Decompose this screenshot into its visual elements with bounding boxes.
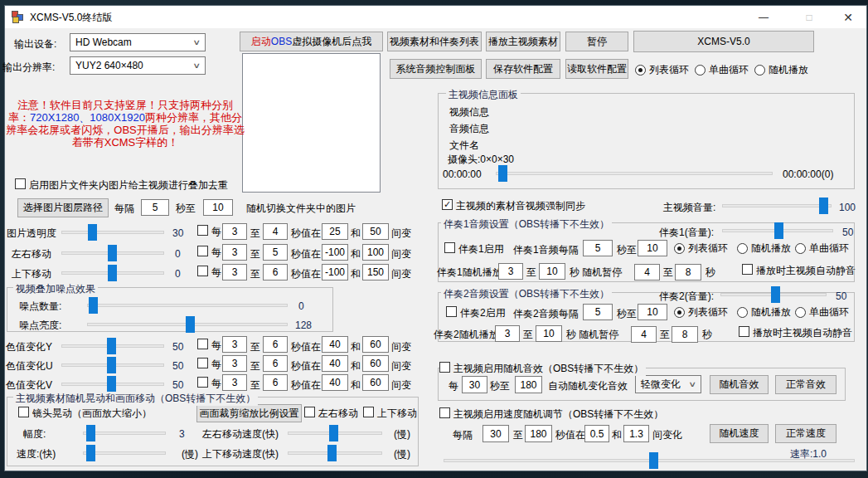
slider-thumb[interactable] xyxy=(89,297,98,314)
crop-scale-button[interactable]: 画面裁剪缩放比例设置 xyxy=(196,404,302,422)
fx-mode-select[interactable]: 轻微变化 ∨ xyxy=(635,375,701,393)
output-resolution-select[interactable]: YUY2 640×480 ∨ xyxy=(70,56,206,75)
move-ud-e2-input[interactable]: 6 xyxy=(263,264,288,280)
color-v-max-input[interactable]: 60 xyxy=(362,374,389,391)
slider-thumb[interactable] xyxy=(86,445,95,461)
slider-thumb[interactable] xyxy=(771,286,780,303)
radio-single-loop[interactable]: 单曲循环 xyxy=(695,63,749,77)
accomp2-p1-input[interactable]: 4 xyxy=(631,326,657,343)
speed-every-max-input[interactable]: 180 xyxy=(525,425,552,442)
accomp2-r2-input[interactable]: 10 xyxy=(536,325,562,342)
move-lr-slider[interactable] xyxy=(61,245,164,261)
radio-random-play[interactable]: 随机播放 xyxy=(754,63,808,77)
speed-min-input[interactable]: 0.5 xyxy=(584,425,609,442)
move-lr-e2-input[interactable]: 5 xyxy=(263,244,288,261)
slider-thumb[interactable] xyxy=(186,316,195,333)
move-ud-e1-input[interactable]: 3 xyxy=(222,264,247,280)
accomp1-volume-slider[interactable] xyxy=(722,222,833,239)
color-u-max-input[interactable]: 60 xyxy=(362,355,389,372)
random-speed-button[interactable]: 随机速度 xyxy=(710,424,769,443)
move-ud-min-input[interactable]: -100 xyxy=(322,264,348,280)
normal-fx-button[interactable]: 正常音效 xyxy=(775,375,836,394)
accomp1-random-radio[interactable]: 随机播放 xyxy=(737,241,791,256)
load-config-button[interactable]: 读取软件配置 xyxy=(565,59,628,79)
ud-speed-slider[interactable] xyxy=(288,445,382,461)
slider-thumb[interactable] xyxy=(107,376,116,393)
move-lr-vary-checkbox[interactable]: 每 xyxy=(197,246,221,260)
color-v-vary-checkbox[interactable]: 每 xyxy=(197,377,221,391)
seek-slider[interactable] xyxy=(496,165,773,182)
opacity-vary-checkbox[interactable]: 每 xyxy=(197,225,221,239)
av-sync-checkbox[interactable]: 主视频的素材音视频强制同步 xyxy=(442,199,585,213)
main-volume-slider[interactable] xyxy=(722,198,832,214)
noise-count-slider[interactable] xyxy=(87,297,288,314)
color-u-slider[interactable] xyxy=(61,357,164,373)
color-v-e2-input[interactable]: 6 xyxy=(263,374,288,391)
radio-list-loop[interactable]: 列表循环 xyxy=(635,63,689,77)
accomp1-r1-input[interactable]: 3 xyxy=(498,263,523,280)
accomp1-every-max-input[interactable]: 10 xyxy=(638,240,667,256)
opacity-slider[interactable] xyxy=(61,224,164,241)
opacity-e2-input[interactable]: 4 xyxy=(263,223,288,240)
normal-speed-button[interactable]: 正常速度 xyxy=(775,424,836,443)
accomp2-every-max-input[interactable]: 10 xyxy=(638,304,667,320)
fx-max-input[interactable]: 180 xyxy=(515,376,542,393)
accomp2-every-min-input[interactable]: 5 xyxy=(583,304,613,320)
move-ud-vary-checkbox[interactable]: 每 xyxy=(197,266,221,280)
shake-speed-slider[interactable] xyxy=(83,445,166,461)
accomp1-every-min-input[interactable]: 5 xyxy=(583,240,613,256)
accomp1-p2-input[interactable]: 8 xyxy=(675,264,701,280)
color-y-e2-input[interactable]: 6 xyxy=(263,336,288,353)
shake-lr-checkbox[interactable]: 左右移动 xyxy=(304,407,358,421)
accomp2-list-loop-radio[interactable]: 列表循环 xyxy=(674,305,728,319)
play-main-video-button[interactable]: 播放主视频素材 xyxy=(486,32,560,51)
switch-seconds-min-input[interactable]: 5 xyxy=(141,199,169,216)
slider-thumb[interactable] xyxy=(498,165,507,182)
slider-thumb[interactable] xyxy=(88,224,97,241)
color-v-slider[interactable] xyxy=(61,376,164,393)
move-lr-e1-input[interactable]: 3 xyxy=(222,244,247,261)
accomp2-enable-checkbox[interactable]: 伴奏2启用 xyxy=(446,306,506,320)
move-ud-slider[interactable] xyxy=(61,265,164,281)
color-u-min-input[interactable]: 40 xyxy=(322,355,348,372)
color-y-min-input[interactable]: 40 xyxy=(322,336,348,353)
accomp2-r1-input[interactable]: 3 xyxy=(495,325,520,342)
accomp2-random-radio[interactable]: 随机播放 xyxy=(737,305,791,319)
color-u-e1-input[interactable]: 3 xyxy=(222,355,247,372)
fx-min-input[interactable]: 30 xyxy=(462,376,487,393)
slider-track[interactable] xyxy=(496,172,773,175)
accomp2-p2-input[interactable]: 8 xyxy=(672,326,698,343)
accomp2-mute-checkbox[interactable]: 播放时主视频自动静音 xyxy=(739,326,852,340)
noise-bright-slider[interactable] xyxy=(87,316,288,333)
move-lr-max-input[interactable]: 100 xyxy=(362,244,389,261)
start-obs-button[interactable]: 启动OBS虚拟摄像机后点我 xyxy=(240,32,383,51)
speed-max-input[interactable]: 1.3 xyxy=(623,425,649,442)
speed-slider[interactable] xyxy=(444,452,855,469)
pause-button[interactable]: 暂停 xyxy=(565,32,628,51)
amplitude-slider[interactable] xyxy=(83,425,166,441)
slider-track[interactable] xyxy=(83,432,166,435)
accomp1-enable-checkbox[interactable]: 伴奏1启用 xyxy=(444,242,504,256)
color-u-vary-checkbox[interactable]: 每 xyxy=(197,358,221,372)
color-u-e2-input[interactable]: 6 xyxy=(263,355,288,372)
slider-thumb[interactable] xyxy=(108,245,117,261)
slider-track[interactable] xyxy=(87,304,288,307)
opacity-max-input[interactable]: 50 xyxy=(362,223,389,240)
accomp2-single-radio[interactable]: 单曲循环 xyxy=(795,305,849,319)
accomp1-mute-checkbox[interactable]: 播放时主视频自动静音 xyxy=(742,264,856,278)
output-device-select[interactable]: HD Webcam ∨ xyxy=(70,33,206,51)
accomp2-volume-slider[interactable] xyxy=(720,286,827,303)
image-overlay-checkbox[interactable]: 启用图片文件夹内图片给主视频进行叠加去重 xyxy=(15,178,228,193)
opacity-min-input[interactable]: 25 xyxy=(322,223,348,240)
random-fx-button[interactable]: 随机音效 xyxy=(710,375,769,394)
accomp1-single-radio[interactable]: 单曲循环 xyxy=(795,241,849,256)
fx-enable-checkbox[interactable]: 主视频启用随机音效（OBS转播下不生效） xyxy=(439,362,646,376)
slider-thumb[interactable] xyxy=(108,265,117,281)
color-y-slider[interactable] xyxy=(61,338,164,354)
move-ud-max-input[interactable]: 150 xyxy=(362,264,389,280)
shake-ud-checkbox[interactable]: 上下移动 xyxy=(363,407,417,421)
slider-thumb[interactable] xyxy=(329,425,338,441)
save-config-button[interactable]: 保存软件配置 xyxy=(486,59,560,79)
color-v-min-input[interactable]: 40 xyxy=(322,374,348,391)
slider-track[interactable] xyxy=(83,451,166,455)
